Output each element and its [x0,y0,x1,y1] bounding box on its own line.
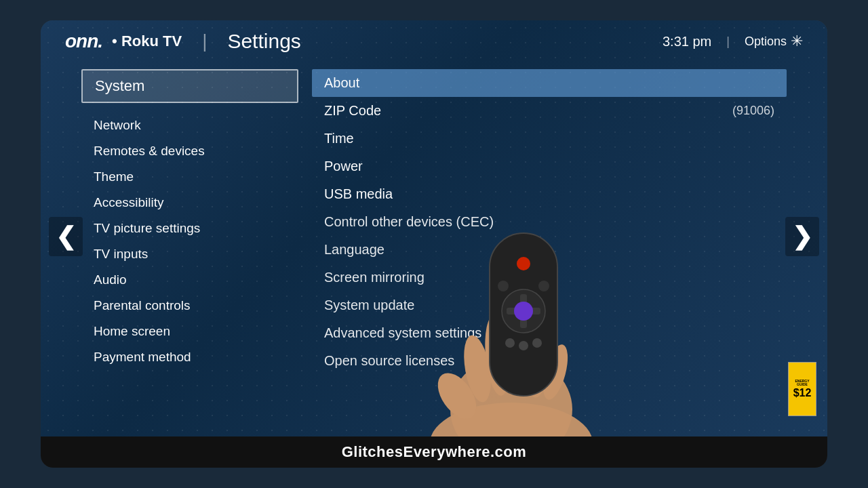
menu-item-accessibility[interactable]: Accessibility [81,190,298,216]
right-item-usb[interactable]: USB media [312,180,787,208]
update-label: System update [324,298,414,313]
adv-settings-label: Advanced system settings [324,325,481,341]
menu-item-parental[interactable]: Parental controls [81,293,298,319]
right-item-about[interactable]: About [312,69,787,97]
menu-item-tv-picture[interactable]: TV picture settings [81,216,298,241]
energy-title: ENERGY GUIDE [790,380,814,387]
right-panel: About ZIP Code (91006) Time Power USB me… [312,69,787,375]
menu-item-home[interactable]: Home screen [81,319,298,344]
right-item-adv-settings[interactable]: Advanced system settings [312,319,787,347]
cec-label: Control other devices (CEC) [324,214,494,230]
content-area: System Network Remotes & devices Theme A… [41,62,827,388]
watermark-text: GlitchesEverywhere.com [342,443,527,460]
right-item-licenses[interactable]: Open source licenses [312,347,787,375]
menu-item-payment[interactable]: Payment method [81,344,298,370]
zip-value: (91006) [732,104,774,118]
right-item-power[interactable]: Power [312,152,787,180]
settings-title: Settings [227,30,300,53]
zip-label: ZIP Code [324,103,381,119]
time-label: Time [324,131,354,146]
about-label: About [324,75,359,91]
energy-cost: $12 [793,387,812,399]
roku-brand: • Roku TV [112,33,182,50]
energy-guide: ENERGY GUIDE $12 [788,362,816,416]
menu-item-audio[interactable]: Audio [81,267,298,293]
brand-area: onn. • Roku TV | Settings [65,30,301,53]
onn-logo: onn. [65,30,102,52]
clock-display: 3:31 pm [663,34,711,49]
options-label: Options [745,35,787,49]
nav-left-arrow[interactable]: ❮ [49,217,83,256]
svg-point-0 [430,403,593,436]
left-panel: System Network Remotes & devices Theme A… [81,69,298,375]
right-item-mirroring[interactable]: Screen mirroring [312,264,787,291]
header-pipe: | [726,35,730,49]
brand-separator: | [202,30,207,52]
right-item-update[interactable]: System update [312,291,787,319]
left-menu-list: Network Remotes & devices Theme Accessib… [81,113,298,370]
power-label: Power [324,159,363,174]
right-item-time[interactable]: Time [312,125,787,152]
options-button[interactable]: Options ✳ [745,33,803,50]
tv-frame: onn. • Roku TV | Settings 3:31 pm | Opti… [41,20,827,468]
header-right: 3:31 pm | Options ✳ [663,33,803,50]
header: onn. • Roku TV | Settings 3:31 pm | Opti… [41,20,827,62]
licenses-label: Open source licenses [324,353,454,369]
mirroring-label: Screen mirroring [324,270,425,285]
menu-item-tv-inputs[interactable]: TV inputs [81,241,298,267]
options-icon: ✳ [791,33,803,50]
tv-screen: onn. • Roku TV | Settings 3:31 pm | Opti… [41,20,827,436]
right-item-language[interactable]: Language [312,236,787,264]
language-label: Language [324,242,384,258]
right-menu-list: About ZIP Code (91006) Time Power USB me… [312,69,787,375]
nav-right-arrow[interactable]: ❯ [785,217,819,256]
watermark-bar: GlitchesEverywhere.com [41,436,827,468]
right-item-zip[interactable]: ZIP Code (91006) [312,97,787,125]
menu-item-remotes[interactable]: Remotes & devices [81,138,298,164]
menu-item-theme[interactable]: Theme [81,164,298,190]
system-header: System [81,69,298,103]
right-item-cec[interactable]: Control other devices (CEC) [312,208,787,236]
menu-item-network[interactable]: Network [81,113,298,138]
usb-label: USB media [324,186,393,202]
